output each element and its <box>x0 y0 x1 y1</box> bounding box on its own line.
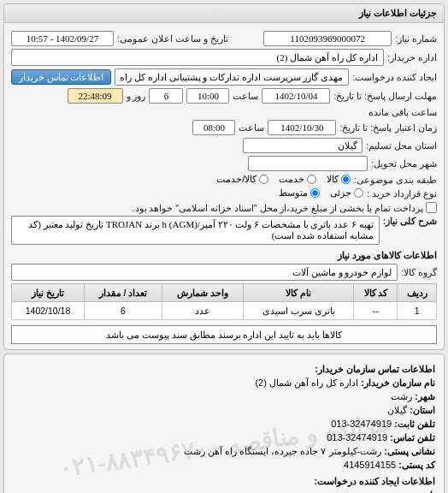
cell-date: 1402/10/18 <box>12 302 85 320</box>
announce-dt-label: تاریخ و ساعت اعلان عمومی: <box>117 33 228 44</box>
time-label-1: ساعت <box>233 91 258 101</box>
radio-goods-input[interactable] <box>341 175 351 184</box>
purchase-note-text: پرداخت تمام یا بخشی از مبلغ خرید،از محل … <box>133 203 423 213</box>
province-field[interactable] <box>243 138 363 153</box>
row-general-title: شرح کلی نیاز: تهیه ۶ عدد باتری با مشخصات… <box>11 216 437 245</box>
contact-province: استان: گیلان <box>13 405 435 416</box>
contact-buyer-button[interactable]: اطلاعات تماس خریدار <box>11 69 111 85</box>
city-label: شهر محل تحویل: <box>371 158 437 169</box>
deadline-time-field[interactable] <box>186 88 229 104</box>
contact-province-value: گیلان <box>387 405 407 415</box>
goods-group-label: گروه کالا: <box>401 267 437 277</box>
announce-dt-field[interactable] <box>11 31 114 46</box>
validity-prefix: زمان اعتبار <box>395 122 437 133</box>
row-validity: زمان اعتبار پاسخ: تا تاریخ: ساعت <box>11 120 437 135</box>
contact-header: اطلاعات تماس سازمان خریدار: <box>13 364 435 375</box>
contact-city: شهر: رشت <box>13 391 435 402</box>
validity-time-field[interactable] <box>192 120 235 135</box>
purchase-note-check[interactable]: پرداخت تمام یا بخشی از مبلغ خرید،از محل … <box>133 202 437 213</box>
purchase-agree-label: نوع قرارداد خرید : <box>367 188 437 199</box>
validity-label: پاسخ: تا تاریخ: <box>339 122 392 133</box>
row-budget-class: طبقه بندی موضوعی: کالا خدمت کالا/خدمت <box>11 174 437 185</box>
th-idx: ردیف <box>398 284 437 302</box>
contact-postcode: کد پستی: 4145914155 <box>13 460 435 471</box>
org-name-value: اداره کل راه آهن شمال (2) <box>255 377 358 388</box>
remaining-label: ساعت باقی مانده <box>368 107 437 117</box>
radio-medium-input[interactable] <box>310 188 320 198</box>
contact-province-label: استان: <box>410 405 435 415</box>
cell-idx: 1 <box>398 302 437 320</box>
deadline-date-field[interactable] <box>262 88 330 104</box>
th-date: تاریخ نیاز <box>12 284 85 302</box>
radio-medium[interactable]: متوسط <box>279 187 320 199</box>
contact-phone-value: 32474919-013 <box>331 419 392 429</box>
radio-small[interactable]: جزئی <box>330 187 363 199</box>
contact-postal-value: رشت-کیلومتر ۷ جاده جیرده، ایستگاه راه آه… <box>184 446 381 456</box>
purchase-note-checkbox[interactable] <box>426 202 437 213</box>
cell-name: باتری سرب اسیدی <box>243 302 354 320</box>
days-remaining-field[interactable] <box>149 88 183 104</box>
th-unit: واحد شمارش <box>162 284 243 302</box>
row-need-number: شماره نیاز: تاریخ و ساعت اعلان عمومی: <box>11 31 437 46</box>
cell-unit: عدد <box>162 302 243 320</box>
radio-service-input[interactable] <box>307 175 316 184</box>
contact-postcode-value: 4145914155 <box>344 460 396 470</box>
row-buyer-org: اداره خریدار: <box>11 49 437 66</box>
radio-goods-label: کالا <box>327 174 339 185</box>
contact-fax-value: 32474919-013 <box>327 432 387 443</box>
contact-org: نام سازمان خریدار: اداره کل راه آهن شمال… <box>13 377 435 389</box>
row-requester: ایجاد کننده درخواست: اطلاعات تماس خریدار <box>11 68 437 86</box>
radio-small-input[interactable] <box>354 188 363 198</box>
buyer-org-label: اداره خریدار: <box>387 52 437 62</box>
panel-body: شماره نیاز: تاریخ و ساعت اعلان عمومی: اد… <box>4 23 444 349</box>
need-details-panel: جزئیات اطلاعات نیاز شماره نیاز: تاریخ و … <box>3 3 445 350</box>
goods-table: ردیف کد کالا نام کالا واحد شمارش تعداد /… <box>11 283 437 320</box>
contact-postcode-label: کد پستی: <box>398 460 435 470</box>
req-name-label: نام: <box>421 490 435 493</box>
buyer-org-field[interactable] <box>11 49 384 66</box>
province-label: استان محل تسلیم: <box>366 140 437 151</box>
requester-label: ایجاد کننده درخواست: <box>352 72 437 82</box>
th-qty: تعداد / مقدار <box>85 284 162 302</box>
contact-postal-label: نشانی پستی: <box>384 446 435 456</box>
contact-city-value: رشت <box>391 391 412 401</box>
cell-code: -- <box>354 302 398 320</box>
goods-group-field[interactable] <box>11 264 398 281</box>
validity-date-field[interactable] <box>268 120 336 135</box>
org-name-label: نام سازمان خریدار: <box>361 377 435 388</box>
countdown-field <box>68 88 123 104</box>
goods-section-title: اطلاعات کالاهای مورد نیاز <box>11 250 437 261</box>
city-field[interactable] <box>248 156 368 171</box>
row-city: شهر محل تحویل: <box>11 156 437 171</box>
general-title-field[interactable]: تهیه ۶ عدد باتری با مشخصات ۶ ولت ۲۲۰ آمپ… <box>11 216 380 245</box>
day-and-label: روز و <box>127 91 146 101</box>
budget-radio-group: کالا خدمت کالا/خدمت <box>216 174 351 185</box>
time-label-2: ساعت <box>239 122 264 133</box>
purchase-radio-group: جزئی متوسط <box>279 187 363 199</box>
table-row[interactable]: 1 -- باتری سرب اسیدی عدد 6 1402/10/18 <box>12 302 437 320</box>
contact-postal: نشانی پستی: رشت-کیلومتر ۷ جاده جیرده، ای… <box>13 446 435 457</box>
radio-goods-service[interactable]: کالا/خدمت <box>216 174 268 185</box>
contact-section: ۰۲۱-۸۸۳۴۹۶۷۰ - مزایده و مناقصه اطلاعات ت… <box>3 353 445 493</box>
contact-fax: تلفن تماس: 32474919-013 <box>13 432 435 443</box>
radio-service[interactable]: خدمت <box>279 174 316 185</box>
radio-goods-service-input[interactable] <box>259 175 268 184</box>
cell-qty: 6 <box>85 302 162 320</box>
row-goods-group: گروه کالا: <box>11 264 437 281</box>
th-name: نام کالا <box>243 284 354 302</box>
radio-goods[interactable]: کالا <box>327 174 351 185</box>
table-header-row: ردیف کد کالا نام کالا واحد شمارش تعداد /… <box>12 284 437 302</box>
need-number-field[interactable] <box>263 31 392 46</box>
req-name: نام: مهدی <box>13 490 435 493</box>
row-purchase-agree: نوع قرارداد خرید : جزئی متوسط پرداخت تما… <box>11 187 437 213</box>
contact-phone-label: تلفن ثابت: <box>394 419 435 429</box>
radio-medium-label: متوسط <box>279 187 308 199</box>
th-code: کد کالا <box>354 284 398 302</box>
requester-field[interactable] <box>115 68 349 86</box>
general-title-label: شرح کلی نیاز: <box>383 216 437 226</box>
contact-city-label: شهر: <box>415 391 435 401</box>
row-province: استان محل تسلیم: <box>11 138 437 153</box>
radio-goods-service-label: کالا/خدمت <box>216 174 256 185</box>
contact-fax-label: تلفن تماس: <box>390 432 435 443</box>
budget-class-label: طبقه بندی موضوعی: <box>354 175 437 185</box>
